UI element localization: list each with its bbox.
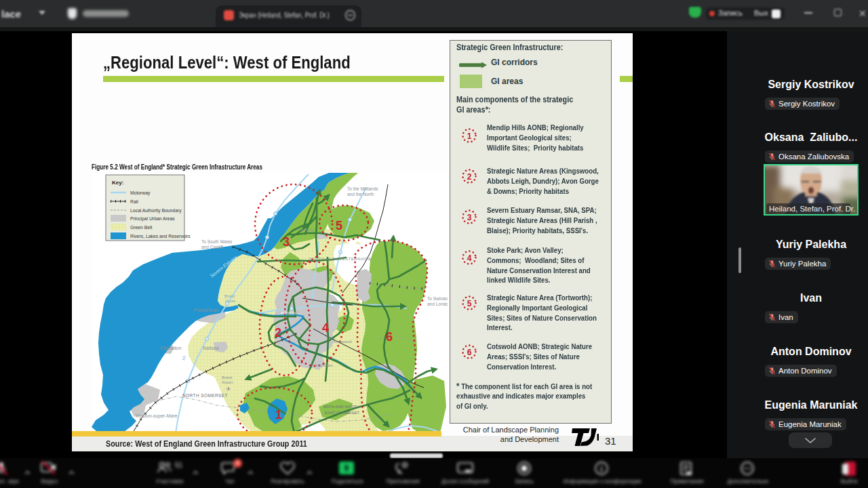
svg-text:Rivers, Lakes and Reservoirs: Rivers, Lakes and Reservoirs: [130, 234, 191, 239]
svg-text:4: 4: [467, 253, 472, 263]
svg-text:Rail: Rail: [130, 199, 138, 204]
svg-text:Airport: Airport: [222, 380, 233, 384]
svg-text:Keynsham: Keynsham: [315, 363, 333, 367]
svg-text:Key:: Key:: [112, 180, 123, 186]
svg-text:Bristol: Bristol: [224, 294, 235, 298]
svg-text:and Cardiff: and Cardiff: [201, 245, 223, 249]
svg-text:To Swindon: To Swindon: [427, 296, 448, 301]
svg-text:Kingswood: Kingswood: [334, 340, 352, 344]
svg-text:4: 4: [322, 321, 329, 335]
svg-text:Motorway: Motorway: [130, 190, 151, 196]
svg-text:3: 3: [467, 213, 472, 222]
svg-text:Principal Urban Areas: Principal Urban Areas: [130, 216, 175, 222]
svg-text:Local Authority Boundary: Local Authority Boundary: [130, 208, 182, 214]
svg-text:and the North: and the North: [347, 192, 374, 197]
svg-text:BATH AND NORTH: BATH AND NORTH: [323, 405, 359, 409]
svg-text:SOUTH GLOUCESTERSHIRE: SOUTH GLOUCESTERSHIRE: [309, 257, 372, 261]
svg-text:✈: ✈: [226, 386, 231, 392]
svg-text:6: 6: [467, 348, 472, 357]
svg-text:Green Belt: Green Belt: [130, 225, 153, 230]
svg-text:6: 6: [386, 330, 393, 344]
svg-text:NORTH SOMERSET: NORTH SOMERSET: [182, 393, 228, 398]
svg-text:5: 5: [467, 299, 472, 308]
svg-text:Docks: Docks: [225, 299, 236, 303]
svg-text:Bristol: Bristol: [222, 375, 232, 380]
svg-text:EAST SOMERSET: EAST SOMERSET: [325, 411, 359, 415]
svg-text:1: 1: [467, 131, 472, 141]
svg-text:Clevedon: Clevedon: [160, 345, 182, 351]
svg-text:Thornbury: Thornbury: [297, 228, 314, 232]
svg-text:Weston-super-Mare: Weston-super-Mare: [136, 413, 178, 419]
svg-text:1: 1: [275, 408, 282, 422]
svg-text:To South Wales: To South Wales: [201, 239, 233, 244]
svg-text:2: 2: [275, 326, 281, 340]
svg-text:To the Midlands: To the Midlands: [347, 186, 378, 191]
svg-text:and London: and London: [427, 302, 448, 306]
svg-text:2: 2: [467, 172, 472, 182]
svg-text:i: i: [600, 464, 603, 474]
svg-text:Nailsea: Nailsea: [203, 346, 218, 350]
svg-text:5: 5: [336, 219, 342, 232]
svg-text:3: 3: [283, 235, 290, 249]
svg-text:BRISTOL: BRISTOL: [281, 311, 296, 315]
svg-text:Portishead: Portishead: [194, 307, 218, 313]
